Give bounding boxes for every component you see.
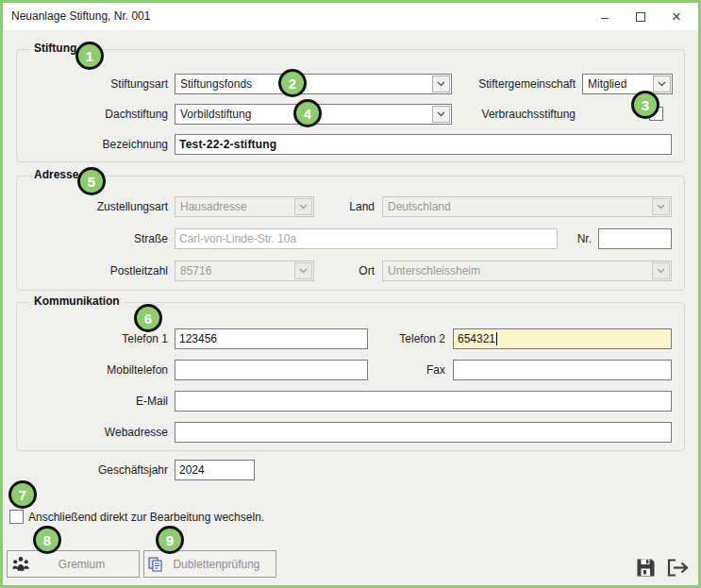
stiftergemeinschaft-select[interactable]: Mitglied [582, 74, 673, 94]
group-stiftung-legend: Stiftung [29, 42, 81, 55]
zustellungsart-label: Zustellungsart [28, 196, 168, 217]
land-value: Deutschland [383, 200, 651, 213]
telefon1-input[interactable] [175, 328, 368, 349]
annotation-circle-5: 5 [77, 167, 106, 195]
gremium-button[interactable]: Gremium [7, 550, 140, 578]
strasse-label: Straße [28, 228, 168, 249]
group-adresse-legend: Adresse [29, 168, 83, 181]
chevron-down-icon [652, 262, 670, 279]
bezeichnung-label: Bezeichnung [28, 134, 168, 155]
verbrauchsstiftung-label: Verbrauchsstiftung [409, 104, 576, 125]
window-title: Neuanlage Stiftung, Nr. 001 [11, 3, 150, 30]
chevron-down-icon [294, 198, 312, 215]
chevron-down-icon [652, 198, 670, 215]
titlebar: Neuanlage Stiftung, Nr. 001 – × [3, 3, 698, 30]
chevron-down-icon [294, 262, 312, 279]
dublettenpruefung-button-label: Dublettenprüfung [167, 558, 275, 571]
maximize-icon[interactable] [623, 3, 659, 30]
chevron-down-icon[interactable] [653, 76, 671, 92]
group-kommunikation-legend: Kommunikation [29, 294, 125, 308]
close-icon[interactable]: × [659, 3, 694, 30]
annotation-circle-1: 1 [75, 42, 104, 70]
zustellungsart-value: Hausadresse [175, 200, 293, 213]
save-icon[interactable] [633, 556, 658, 579]
gremium-button-label: Gremium [34, 558, 139, 571]
bezeichnung-input[interactable] [175, 134, 672, 155]
webadresse-input[interactable] [175, 422, 672, 443]
committee-people-icon [11, 556, 30, 572]
stiftergemeinschaft-label: Stiftergemeinschaft [409, 74, 576, 94]
webadresse-label: Webadresse [28, 422, 168, 443]
mobiltelefon-input[interactable] [175, 360, 368, 380]
annotation-circle-8: 8 [33, 526, 61, 554]
annotation-circle-9: 9 [156, 526, 184, 554]
minimize-icon[interactable]: – [587, 3, 623, 30]
annotation-circle-6: 6 [134, 304, 162, 332]
copy-pages-icon [148, 557, 163, 572]
nr-label: Nr. [544, 228, 592, 249]
annotation-circle-2: 2 [278, 69, 307, 97]
stiftergemeinschaft-value: Mitglied [583, 77, 652, 91]
zustellungsart-select: Hausadresse [175, 196, 314, 217]
bearbeitung-wechseln-checkbox[interactable] [9, 510, 24, 524]
strasse-input [175, 228, 558, 249]
postleitzahl-label: Postleitzahl [28, 260, 168, 281]
stiftungsart-label: Stiftungsart [28, 74, 168, 94]
window-controls: – × [587, 3, 694, 30]
annotation-circle-7: 7 [8, 480, 37, 509]
ort-select: Unterschleissheim [382, 260, 672, 281]
geschaeftsjahr-input[interactable] [175, 460, 255, 480]
email-label: E-Mail [28, 391, 168, 412]
exit-icon[interactable] [665, 556, 690, 579]
dublettenpruefung-button[interactable]: Dublettenprüfung [143, 550, 276, 578]
dialog-window: Neuanlage Stiftung, Nr. 001 – × Stiftung… [0, 0, 701, 588]
ort-value: Unterschleissheim [383, 264, 651, 277]
email-input[interactable] [175, 391, 672, 412]
nr-input[interactable] [598, 228, 672, 249]
fax-input[interactable] [453, 360, 672, 380]
text-cursor [496, 332, 497, 345]
maximize-glyph [636, 12, 645, 22]
land-label: Land [316, 196, 375, 217]
geschaeftsjahr-label: Geschäftsjahr [28, 460, 168, 480]
ort-label: Ort [316, 260, 375, 281]
fax-label: Fax [365, 360, 445, 380]
bearbeitung-wechseln-label: Anschließend direkt zur Bearbeitung wech… [28, 507, 406, 528]
telefon2-value: 654321 [458, 332, 495, 345]
telefon2-input[interactable]: 654321 [453, 328, 672, 349]
annotation-circle-3: 3 [631, 91, 659, 119]
land-select: Deutschland [382, 196, 672, 217]
mobiltelefon-label: Mobiltelefon [28, 360, 168, 380]
annotation-circle-4: 4 [293, 99, 322, 127]
dachstiftung-label: Dachstiftung [28, 104, 168, 125]
telefon2-label: Telefon 2 [365, 328, 445, 349]
postleitzahl-select: 85716 [175, 260, 314, 281]
postleitzahl-value: 85716 [175, 264, 293, 277]
